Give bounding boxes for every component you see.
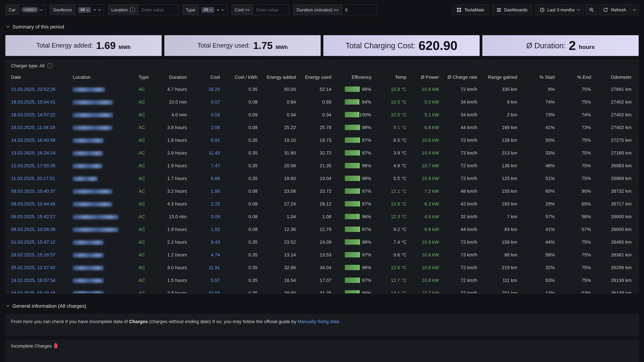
charge-date-link[interactable]: 12.03.2025, 17:55:35	[11, 163, 56, 168]
teslamate-button-label: TeslaMate	[464, 7, 484, 12]
charge-date-link[interactable]: 11.03.2025, 20:17:51	[11, 176, 55, 181]
location-link-blurred[interactable]	[73, 113, 113, 117]
cost-link[interactable]: 0.09	[211, 214, 220, 219]
location-link-blurred[interactable]	[73, 253, 104, 257]
energy-added-cell: 50.00	[262, 83, 300, 95]
cost-link[interactable]: 4.74	[211, 252, 220, 257]
cost-link[interactable]: 6.66	[211, 176, 220, 181]
location-link-blurred[interactable]	[73, 100, 113, 105]
col-header-cost[interactable]: Cost	[191, 71, 224, 83]
cost-link[interactable]: 10.94	[208, 290, 220, 294]
col-header-range-gained[interactable]: Range gained	[481, 71, 521, 83]
charge-date-link[interactable]: 08.03.2025, 10:44:45	[11, 201, 56, 206]
col-header-charge-rate[interactable]: Ø Charge rate	[443, 71, 481, 83]
clear-filter-icon[interactable]: ×	[94, 7, 96, 12]
charges-table-scroll-area[interactable]: DateLocationTypeDurationCostCost / kWhEn…	[6, 71, 638, 294]
cost-link[interactable]: 0.07	[211, 99, 220, 105]
refresh-button[interactable]: Refresh	[599, 4, 630, 15]
duration-filter-input[interactable]	[342, 5, 376, 15]
cost-filter-input[interactable]	[254, 5, 289, 15]
avg-power-cell: 6.3 kW	[410, 197, 443, 210]
col-header-date[interactable]: Date	[9, 71, 71, 83]
location-link-blurred[interactable]	[73, 126, 112, 130]
col-header-temp[interactable]: Temp	[376, 71, 410, 83]
charge-date-link[interactable]: 09.03.2025, 10:40:37	[11, 188, 56, 194]
cost-link[interactable]: 1.02	[211, 227, 220, 232]
remove-value-icon[interactable]: ×	[86, 7, 89, 12]
dashboards-button[interactable]: Dashboards	[492, 4, 532, 15]
charge-date-link[interactable]: 18.03.2025, 14:57:22	[11, 112, 56, 117]
col-header-end[interactable]: % End	[559, 71, 595, 83]
cost-link[interactable]: 2.25	[211, 201, 220, 206]
charge-date-link[interactable]: 14.03.2025, 16:40:58	[11, 137, 56, 143]
col-header-efficiency[interactable]: Efficiency	[336, 71, 376, 83]
car-filter-select[interactable]	[19, 5, 45, 15]
charge-date-link[interactable]: 24.02.2025, 18:07:54	[11, 278, 56, 283]
type-filter-select[interactable]: All × ×	[198, 5, 227, 15]
clear-filter-icon[interactable]: ×	[217, 7, 219, 12]
location-link-blurred[interactable]	[73, 202, 112, 206]
col-header-odometer[interactable]: Odometer	[595, 71, 636, 83]
cost-link[interactable]: 1.90	[211, 188, 220, 194]
location-link-blurred[interactable]	[73, 240, 104, 245]
charge-date-link[interactable]: 01.03.2025, 15:47:12	[11, 239, 56, 245]
info-icon[interactable]: i	[47, 63, 53, 68]
location-link-blurred[interactable]	[73, 87, 105, 92]
location-link-blurred[interactable]	[73, 151, 103, 156]
col-header-start[interactable]: % Start	[521, 71, 559, 83]
refresh-interval-dropdown[interactable]	[630, 4, 639, 15]
location-link-blurred[interactable]	[73, 138, 104, 143]
col-header-type[interactable]: Type	[136, 71, 157, 83]
charge-date-link[interactable]: 06.03.2025, 10:58:36	[11, 227, 56, 232]
charge-date-link[interactable]: 06.03.2025, 15:42:27	[11, 214, 56, 219]
location-link-blurred[interactable]	[73, 279, 104, 283]
energy-used-cell: 12.79	[300, 223, 336, 236]
cost-link[interactable]: 6.91	[211, 137, 220, 143]
location-link-blurred[interactable]	[73, 228, 118, 232]
location-link-blurred[interactable]	[73, 215, 118, 219]
cost-link[interactable]: 2.06	[211, 125, 220, 130]
geofence-filter-select[interactable]: All × ×	[75, 5, 104, 15]
col-header-power[interactable]: Ø Power	[410, 71, 443, 83]
cost-link[interactable]: 18.25	[208, 86, 220, 92]
charge-date-link[interactable]: 18.03.2025, 11:04:19	[11, 125, 55, 130]
zoom-out-time-button[interactable]	[586, 4, 597, 15]
cost-link[interactable]: 5.97	[211, 278, 220, 283]
location-link-blurred[interactable]	[73, 164, 102, 168]
charge-date-link[interactable]: 13.03.2025, 18:24:19	[11, 150, 56, 156]
cost-link[interactable]: 7.47	[211, 163, 220, 168]
time-range-picker[interactable]: Last 3 months	[536, 4, 584, 15]
odometer-cell: 27402 km	[595, 95, 636, 108]
col-header-cost-kwh[interactable]: Cost / kWh	[224, 71, 262, 83]
col-header-energy-used[interactable]: Energy used	[300, 71, 336, 83]
location-link-blurred[interactable]	[73, 177, 98, 181]
energy-used-cell: 24.09	[300, 236, 336, 248]
duration-cell: 2.9 hours	[157, 146, 191, 159]
cost-link[interactable]: 11.91	[209, 265, 220, 270]
col-header-location[interactable]: Location	[71, 71, 136, 83]
info-icon[interactable]: i	[130, 7, 135, 12]
location-link-blurred[interactable]	[73, 291, 104, 294]
cost-link[interactable]: 0.03	[211, 112, 220, 117]
section-general-information[interactable]: General information (All charges)	[5, 302, 639, 309]
col-header-duration[interactable]: Duration	[157, 71, 191, 83]
charge-date-link[interactable]: 25.02.2025, 12:37:42	[11, 265, 56, 270]
charge-date-link[interactable]: 26.02.2025, 15:16:57	[11, 252, 56, 257]
location-filter-input[interactable]	[138, 5, 178, 15]
charge-date-link[interactable]: 18.03.2025, 15:04:41	[11, 99, 56, 105]
remove-value-icon[interactable]: ×	[210, 7, 212, 12]
type-selected-chip[interactable]: All ×	[202, 7, 214, 12]
teslamate-button[interactable]: TeslaMate	[453, 4, 488, 15]
charge-date-link[interactable]: 21.03.2025, 23:52:26	[11, 86, 56, 92]
location-link-blurred[interactable]	[73, 266, 104, 270]
charge-date-link[interactable]: 24.02.2025, 15:19:45	[11, 290, 56, 294]
geofence-selected-chip[interactable]: All ×	[78, 7, 91, 12]
cost-link[interactable]: 8.43	[211, 239, 220, 245]
location-link-blurred[interactable]	[73, 189, 112, 194]
col-header-energy-added[interactable]: Energy added	[262, 71, 300, 83]
energy-used-cell: 31.25	[300, 287, 336, 294]
cost-link[interactable]: 11.45	[209, 150, 220, 156]
manually-fixing-data-link[interactable]: Manually fixing data	[298, 319, 339, 324]
range-gained-cell: 169 km	[481, 121, 521, 134]
section-summary-of-period[interactable]: Summary of this period	[5, 23, 639, 30]
